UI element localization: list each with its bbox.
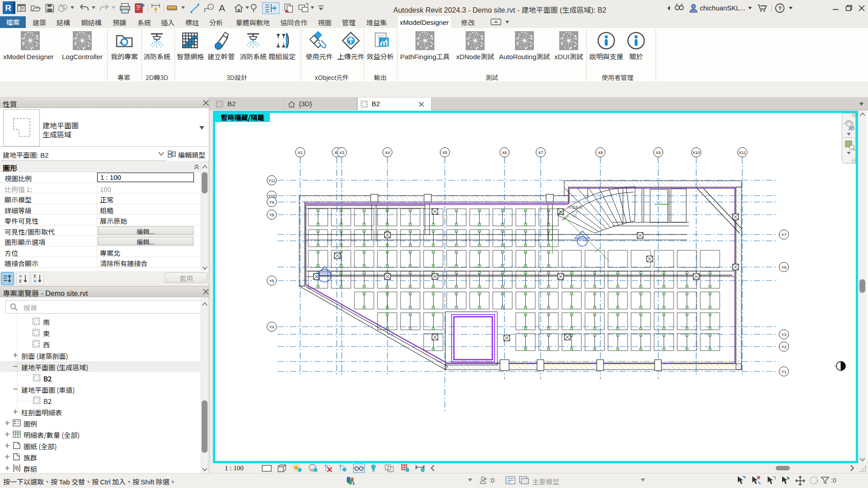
- svg-text:X10: X10: [693, 150, 700, 155]
- svg-text:Y6: Y6: [781, 265, 786, 270]
- svg-text:Y4: Y4: [269, 325, 274, 329]
- svg-text:生成區域: 生成區域: [568, 206, 582, 210]
- svg-text:A: A: [19, 274, 22, 278]
- svg-text:X7: X7: [538, 150, 543, 155]
- svg-text:Y1: Y1: [781, 370, 786, 374]
- svg-text:X4: X4: [385, 150, 390, 155]
- svg-text:X6: X6: [502, 150, 507, 155]
- svg-text:1: 1: [210, 5, 212, 9]
- svg-text:m²: m²: [573, 215, 577, 218]
- svg-text:X1: X1: [297, 150, 302, 155]
- svg-text:Y8: Y8: [269, 213, 274, 217]
- svg-text:R: R: [5, 3, 11, 13]
- svg-text:?: ?: [778, 5, 782, 12]
- svg-text:Z: Z: [19, 279, 22, 283]
- svg-text:47.97: 47.97: [571, 211, 579, 214]
- svg-text:Y9: Y9: [269, 200, 274, 205]
- svg-text:X3: X3: [339, 150, 344, 155]
- svg-text:Y2: Y2: [781, 345, 786, 349]
- svg-text:A: A: [33, 279, 37, 283]
- svg-text:X11: X11: [739, 150, 745, 155]
- svg-text:Y5: Y5: [269, 279, 274, 283]
- svg-text:X5: X5: [442, 150, 447, 155]
- svg-text:Y3: Y3: [781, 333, 786, 337]
- svg-text:2D: 2D: [849, 126, 854, 131]
- svg-text:Y7: Y7: [781, 233, 786, 237]
- svg-text:Y11: Y11: [268, 178, 275, 183]
- svg-text:X8: X8: [598, 150, 603, 155]
- svg-text:X9: X9: [656, 150, 660, 155]
- svg-text:Z: Z: [33, 274, 36, 278]
